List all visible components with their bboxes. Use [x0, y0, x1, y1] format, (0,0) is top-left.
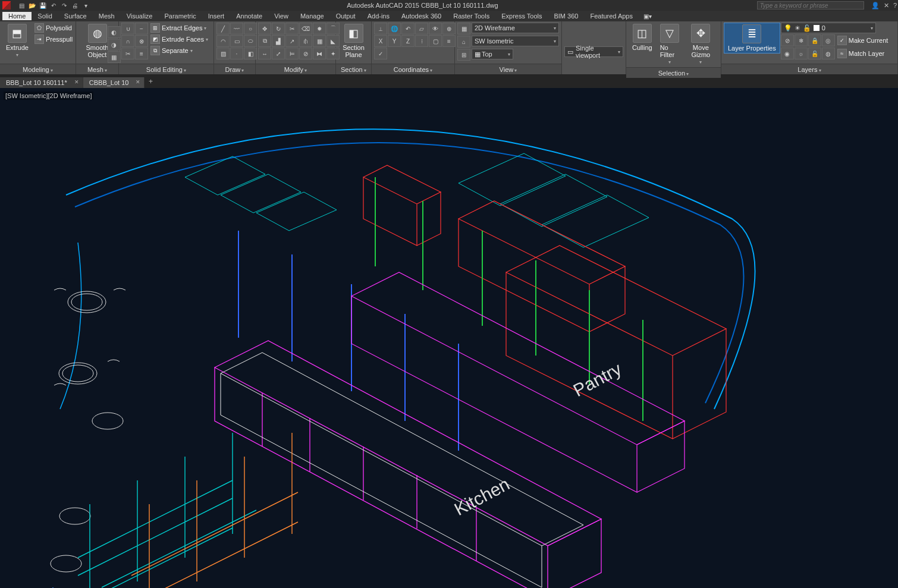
tab-express[interactable]: Express Tools	[495, 12, 548, 20]
copy-icon[interactable]: ⧉	[258, 35, 271, 47]
close-icon[interactable]: ✕	[136, 79, 140, 85]
panel-selection-label[interactable]: Selection	[626, 67, 721, 78]
panel-modeling-label[interactable]: Modeling	[0, 64, 76, 74]
presspull-button[interactable]: Presspull	[33, 34, 74, 45]
search-input[interactable]	[757, 1, 864, 10]
panel-modify-label[interactable]: Modify	[256, 64, 335, 74]
doc-tab-2[interactable]: CBBB_Lot 10✕	[83, 77, 145, 88]
panel-mesh-label[interactable]: Mesh	[76, 64, 118, 74]
mesh-refine-icon[interactable]: ▦	[108, 51, 121, 63]
nofilter-button[interactable]: ▽No Filter▾	[657, 23, 683, 66]
tab-featured[interactable]: Featured Apps	[584, 12, 639, 20]
print-icon[interactable]: 🖨	[70, 1, 80, 10]
interfere-icon[interactable]: ⊗	[135, 35, 148, 47]
match-layer-button[interactable]: ≈Match Layer	[836, 48, 887, 59]
tab-a360[interactable]: Autodesk 360	[395, 12, 447, 20]
panel-layers-label[interactable]: Layers	[721, 64, 897, 74]
ucs-face-icon[interactable]: ▱	[415, 23, 428, 34]
layer-freeze-icon[interactable]: ❄	[795, 34, 808, 46]
ucs-prev-icon[interactable]: ↶	[401, 23, 415, 34]
separate-button[interactable]: ⧉Separate▾	[149, 45, 210, 56]
visual-style-combo[interactable]: 2D Wireframe	[472, 23, 559, 33]
current-layer-combo[interactable]: 💡 ☀ 🔓 0	[781, 23, 876, 33]
section-plane-button[interactable]: ◧ Section Plane	[338, 23, 369, 59]
tab-manage[interactable]: Manage	[294, 12, 330, 20]
rect-icon[interactable]: ▭	[230, 35, 243, 47]
align-icon[interactable]: ⊨	[285, 48, 299, 59]
culling-button[interactable]: ◫Culling	[629, 23, 656, 52]
move-icon[interactable]: ✥	[258, 23, 271, 34]
stretch-icon[interactable]: ↔	[258, 48, 271, 59]
ucs-apply-icon[interactable]: ✓	[374, 48, 387, 59]
tab-bim360[interactable]: BIM 360	[548, 12, 584, 20]
layer-iso-icon[interactable]: ◎	[822, 34, 835, 46]
subtract-icon[interactable]: −	[135, 23, 148, 34]
ucs-3p-icon[interactable]: ⁝	[415, 35, 428, 47]
panel-section-label[interactable]: Section	[336, 64, 371, 74]
tab-solid[interactable]: Solid	[32, 12, 58, 20]
tab-visualize[interactable]: Visualize	[121, 12, 159, 20]
line-icon[interactable]: ╱	[216, 23, 230, 34]
ucs-x-icon[interactable]: X	[374, 35, 387, 47]
tab-output[interactable]: Output	[330, 12, 362, 20]
ucs-origin-icon[interactable]: ⊕	[442, 23, 456, 34]
help-icon[interactable]: ?	[893, 2, 897, 9]
ucs-named-icon[interactable]: ≡	[442, 35, 456, 47]
tab-mesh[interactable]: Mesh	[93, 12, 121, 20]
erase-icon[interactable]: ⌫	[299, 23, 312, 34]
ucs-object-icon[interactable]: ▢	[429, 35, 442, 47]
redo-icon[interactable]: ↷	[59, 1, 69, 10]
extrude-faces-button[interactable]: ◩Extrude Faces▾	[149, 34, 210, 45]
close-icon[interactable]: ✕	[74, 79, 79, 85]
ucs-y-icon[interactable]: Y	[388, 35, 401, 47]
mesh-more-icon[interactable]: ◐	[108, 26, 121, 38]
new-tab-button[interactable]: +	[145, 77, 156, 88]
tab-insert[interactable]: Insert	[202, 12, 231, 20]
panel-draw-label[interactable]: Draw	[214, 64, 255, 74]
single-viewport-combo[interactable]: ▭ Single viewport	[564, 46, 623, 57]
dropdown-icon[interactable]: ▾	[81, 1, 90, 10]
named-view-combo[interactable]: SW Isometric	[472, 36, 559, 46]
extrude-button[interactable]: ⬒ Extrude ▾	[2, 23, 32, 59]
autocad-logo-icon[interactable]	[2, 1, 11, 10]
panel-solid-editing-label[interactable]: Solid Editing	[119, 64, 213, 74]
tab-raster[interactable]: Raster Tools	[447, 12, 495, 20]
extend-icon[interactable]: ↗	[285, 35, 299, 47]
point-icon[interactable]: ·	[230, 48, 243, 59]
hatch-icon[interactable]: ▨	[216, 48, 230, 59]
tab-annotate[interactable]: Annotate	[230, 12, 268, 20]
polyline-icon[interactable]: 〰	[230, 23, 243, 34]
save-icon[interactable]: 💾	[38, 1, 48, 10]
join-icon[interactable]: ⧓	[313, 48, 326, 59]
ucs-z-icon[interactable]: Z	[401, 35, 415, 47]
viewport-label[interactable]: [SW Isometric][2D Wireframe]	[4, 92, 93, 100]
tabs-overflow-icon[interactable]: ▣▾	[639, 13, 657, 20]
mirror-icon[interactable]: ▟	[272, 35, 285, 47]
layer-off-icon[interactable]: ⊘	[781, 34, 794, 46]
new-icon[interactable]: ▤	[17, 1, 26, 10]
tab-surface[interactable]: Surface	[58, 12, 93, 20]
panel-view-label[interactable]: View	[455, 64, 561, 74]
scale-icon[interactable]: ⤢	[272, 48, 285, 59]
arc-icon[interactable]: ◠	[216, 35, 230, 47]
array-icon[interactable]: ▦	[313, 35, 326, 47]
signin-icon[interactable]: 👤	[871, 2, 880, 9]
ucs-icon[interactable]: ⟂	[374, 23, 387, 34]
union-icon[interactable]: ∪	[121, 23, 134, 34]
view-camera-icon[interactable]: ⌂	[457, 36, 470, 48]
make-current-button[interactable]: ✓Make Current	[836, 34, 890, 46]
circle-icon[interactable]: ○	[244, 23, 257, 34]
ucs-world-icon[interactable]: 🌐	[388, 23, 401, 34]
layer-properties-button[interactable]: ≣Layer Properties	[724, 23, 780, 54]
layer-thaw-icon[interactable]: ☼	[795, 48, 808, 59]
extract-edges-button[interactable]: ⊞Extract Edges▾	[149, 23, 210, 33]
explode-icon[interactable]: ✸	[313, 23, 326, 34]
ellipse-icon[interactable]: ⬭	[244, 35, 257, 47]
intersect-icon[interactable]: ∩	[121, 35, 134, 47]
offset-icon[interactable]: ⫛	[299, 35, 312, 47]
doc-tab-1[interactable]: BBB_Lot 10 160111*✕	[0, 77, 83, 88]
layer-uniso-icon[interactable]: ◍	[822, 48, 835, 59]
drawing-viewport[interactable]: [SW Isometric][2D Wireframe]	[0, 88, 898, 588]
tab-parametric[interactable]: Parametric	[158, 12, 202, 20]
panel-coordinates-label[interactable]: Coordinates	[372, 64, 454, 74]
